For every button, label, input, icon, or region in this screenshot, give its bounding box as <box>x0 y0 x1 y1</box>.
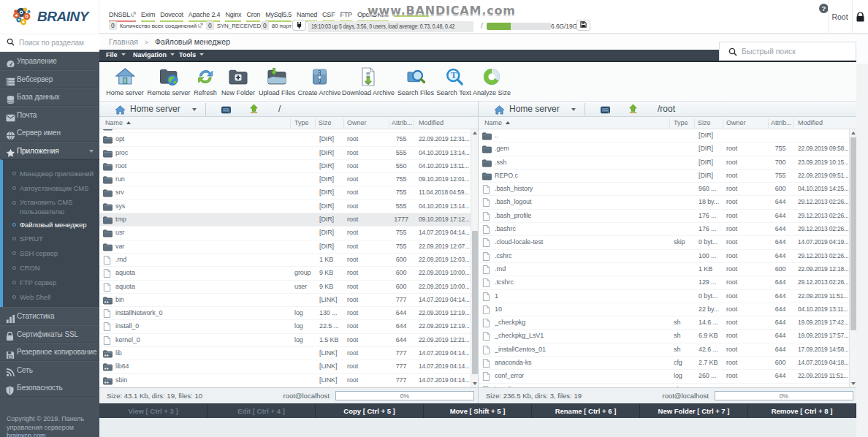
toolbar-search-text[interactable]: TSearch Text <box>436 66 471 96</box>
service-link-csf[interactable]: CSF <box>322 11 335 22</box>
file-row[interactable]: _installCentos_01sh42.6 ...root64417.09.… <box>479 343 849 357</box>
sidebar-item-chart[interactable]: Статистика <box>0 307 99 325</box>
file-row[interactable]: sbin[LINK]root77714.07.2019 04:14... <box>99 374 471 387</box>
lock-icon[interactable] <box>853 0 868 34</box>
file-row[interactable]: proc[DIR]root55504.10.2019 13:14... <box>99 147 471 160</box>
service-link-cron[interactable]: Cron <box>246 11 260 22</box>
sidebar-item-network[interactable]: Сеть <box>0 361 99 379</box>
service-link-ftp[interactable]: FTP <box>340 11 351 22</box>
column-header-type[interactable]: Type <box>674 117 696 129</box>
file-row[interactable]: .bash_logout18 by...root64429.12.2013 02… <box>479 196 849 209</box>
file-row[interactable]: .cloud-locale-testskip0 byt...root64414.… <box>479 236 849 249</box>
menu-file[interactable]: File <box>106 50 126 61</box>
action-new[interactable]: New Folder [ Ctrl + 7 ] <box>640 404 748 419</box>
file-row[interactable]: aquotauser9 KBroot60022.09.2019 10:00... <box>99 281 471 294</box>
column-header-size[interactable]: Size <box>319 117 345 129</box>
scroll-down-icon[interactable] <box>850 380 856 387</box>
action-view[interactable]: View [ Ctrl + 3 ] <box>99 404 208 419</box>
file-row[interactable]: .cshrc100 ...root64429.12.2013 02:26... <box>479 250 849 263</box>
file-row[interactable]: srv[DIR]root75511.04.2018 04:59... <box>99 186 471 200</box>
file-row[interactable]: _checkpkg_LsV1sh6.9 KBroot64419.09.2019 … <box>479 330 849 343</box>
column-header-attrib[interactable]: Attrib... <box>392 117 416 129</box>
file-row[interactable]: .gem[DIR]root75522.09.2019 09:58... <box>479 142 849 156</box>
service-link-mysql55[interactable]: MySql5.5 <box>265 11 292 22</box>
file-row[interactable]: lib[LINK]root77714.07.2019 04:14... <box>99 347 471 360</box>
scroll-up-icon[interactable] <box>471 129 478 137</box>
sidebar-item-lock[interactable]: Сертификаты SSL <box>0 325 99 343</box>
file-row[interactable]: .bash_history960 ...root60004.10.2019 14… <box>479 183 849 196</box>
sidebar-item-dashboard[interactable]: Управление <box>0 52 99 70</box>
toolbar-new-folder[interactable]: New Folder <box>221 66 255 96</box>
toolbar-create-archive[interactable]: Create Archive <box>297 66 340 96</box>
file-row[interactable]: anaconda-kscfg2.7 KBroot60014.07.2019 04… <box>479 357 849 370</box>
file-row[interactable]: aquotagroup9 KBroot60022.09.2019 10:00..… <box>99 267 471 280</box>
user-menu[interactable]: Root <box>828 0 852 34</box>
service-link-exim[interactable]: Exim <box>141 11 155 22</box>
sidebar-subitem[interactable]: Автоустановщик CMS <box>3 181 99 196</box>
column-header-modified[interactable]: Modified <box>798 117 852 129</box>
file-row[interactable]: .bashrc176 ...root64429.12.2013 02:26... <box>479 223 849 236</box>
sidebar-item-backup[interactable]: Резервное копирование <box>0 343 99 361</box>
file-row[interactable]: root[DIR]root55004.10.2019 13:11... <box>99 160 471 173</box>
service-link-dnsbl[interactable]: DNSBL <box>109 11 136 22</box>
file-row[interactable]: ..[DIR] <box>479 129 849 142</box>
file-row[interactable]: .rnd1 KBroot60022.09.2019 12:18... <box>479 263 849 276</box>
file-row[interactable]: usr[DIR]root75514.07.2019 04:14... <box>99 227 471 240</box>
sidebar-subitem[interactable]: Установить CMS пользователю <box>3 196 91 218</box>
file-row[interactable]: conf_errorlog260 ...root64422.09.2019 11… <box>479 370 849 383</box>
toolbar-upload-files[interactable]: Upload Files <box>259 66 295 96</box>
server-select[interactable]: Home server <box>130 102 180 117</box>
sidebar-subitem[interactable]: Web Shell <box>3 290 99 305</box>
sidebar-subitem[interactable]: Файловый менеджер <box>3 218 99 232</box>
sidebar-subitem[interactable]: CRON <box>3 261 99 276</box>
column-header-name[interactable]: Name <box>484 117 667 129</box>
action-rename[interactable]: Rename [ Ctrl + 6 ] <box>532 404 640 419</box>
brainycp-link[interactable]: brainycp.com <box>7 432 46 437</box>
column-header-type[interactable]: Type <box>294 117 316 129</box>
scroll-up-icon[interactable] <box>850 129 856 137</box>
file-row[interactable]: 10 byt...root64422.09.2019 11:51... <box>479 290 849 303</box>
action-remove[interactable]: Remove [ Ctrl + 8 ] <box>748 404 856 419</box>
sidebar-subitem[interactable]: SPRUT <box>3 232 99 246</box>
toolbar-analyze-size[interactable]: Analyze Size <box>473 66 511 96</box>
menu-navigation[interactable]: Navigation <box>133 50 175 61</box>
sidebar-item-mail[interactable]: Почта <box>0 106 99 124</box>
action-edit[interactable]: Edit [ Ctrl + 4 ] <box>208 404 316 419</box>
toolbar-remote-server[interactable]: Remote server <box>147 66 190 96</box>
file-row[interactable]: 1022 by...root64404.10.2019 13:11... <box>479 303 849 316</box>
file-row[interactable]: bin[LINK]root77714.07.2019 04:14... <box>99 294 471 307</box>
action-move[interactable]: Move [ Shift + 5 ] <box>424 404 532 419</box>
level-up-icon[interactable] <box>628 104 639 117</box>
column-header-modified[interactable]: Modified <box>419 117 473 129</box>
current-path[interactable]: /root <box>658 102 675 117</box>
scroll-thumb[interactable] <box>472 231 478 374</box>
file-row[interactable]: kernel_0log1.5 KBroot64422.09.2019 12:21… <box>99 334 471 347</box>
sidebar-subitem[interactable]: FTP сервер <box>3 276 99 290</box>
disk-button[interactable] <box>576 20 590 31</box>
action-copy[interactable]: Copy [ Ctrl + 5 ] <box>316 404 424 419</box>
sidebar-item-shield[interactable]: Безопасность <box>0 379 99 397</box>
file-row[interactable]: opt[DIR]root75522.09.2019 12:31... <box>99 133 471 146</box>
scroll-down-icon[interactable] <box>471 380 478 387</box>
disk-select-icon[interactable] <box>221 104 232 118</box>
right-pane-scrollbar[interactable] <box>849 129 856 387</box>
column-header-name[interactable]: Name <box>105 117 288 129</box>
column-header-attrib[interactable]: Attrib... <box>771 117 796 129</box>
quick-search-input[interactable] <box>742 43 851 59</box>
left-pane-scrollbar[interactable] <box>471 129 478 387</box>
current-path[interactable]: / <box>278 102 281 117</box>
disk-select-icon[interactable] <box>600 104 611 118</box>
file-row[interactable]: run[DIR]root75509.10.2019 12:01... <box>99 173 471 186</box>
sidebar-item-globe[interactable]: Сервер имен <box>0 123 99 142</box>
sidebar-item-star[interactable]: Приложения <box>0 142 99 160</box>
file-row[interactable]: _checkpkgsh14.6 ...root64419.09.2019 17:… <box>479 316 849 330</box>
file-row[interactable]: sys[DIR]root55504.10.2019 13:14... <box>99 200 471 213</box>
toolbar-search-files[interactable]: Search Files <box>397 66 434 96</box>
file-row[interactable]: install_0log22.5 ...root64422.09.2019 12… <box>99 320 471 333</box>
toolbar-refresh[interactable]: Refresh <box>194 66 217 96</box>
service-link-dovecot[interactable]: Dovecot <box>160 11 183 22</box>
server-select[interactable]: Home server <box>509 102 560 117</box>
sidebar-subitem[interactable]: Менеджер приложений <box>3 167 99 181</box>
level-up-icon[interactable] <box>248 104 259 117</box>
sidebar-item-webserver[interactable]: Вебсервер <box>0 70 99 88</box>
